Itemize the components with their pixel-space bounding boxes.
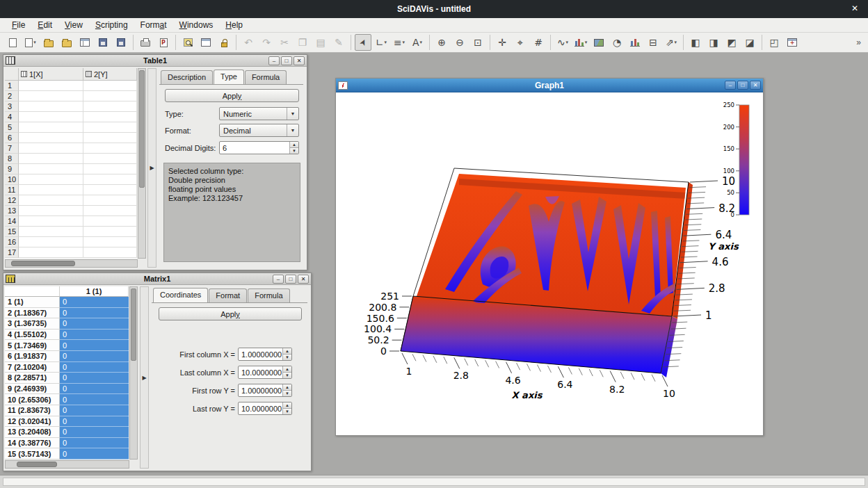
menu-help[interactable]: Help <box>219 19 249 31</box>
matrix1-vertical-scrollbar[interactable] <box>129 286 138 459</box>
menu-file[interactable]: File <box>6 19 31 31</box>
table1-tab-formula[interactable]: Formula <box>245 70 287 84</box>
format-combobox[interactable]: Decimal▼ <box>219 124 299 137</box>
menu-scripting[interactable]: Scripting <box>89 19 134 31</box>
save-template-icon[interactable] <box>113 34 129 51</box>
lock-toolbars-icon[interactable] <box>216 34 232 51</box>
table-cell[interactable] <box>19 247 83 258</box>
menu-format[interactable]: Format <box>134 19 173 31</box>
plot-image-icon[interactable] <box>590 34 607 51</box>
plot3d-wireframe-icon[interactable]: ◨ <box>705 34 722 51</box>
save-project-icon[interactable] <box>95 34 111 51</box>
minimize-button[interactable]: – <box>725 81 736 90</box>
toolbar-overflow-button[interactable]: » <box>856 38 864 47</box>
plot-line-symbol-icon[interactable]: ∿▾ <box>554 34 571 51</box>
matrix1-column-header[interactable]: 1 (1) <box>60 286 129 297</box>
table-cell[interactable] <box>19 91 83 101</box>
matrix1-tab-format[interactable]: Format <box>209 288 247 302</box>
table-cell[interactable] <box>83 154 137 164</box>
graph1-titlebar[interactable]: Graph1 –□✕ <box>336 79 763 92</box>
close-button[interactable]: ✕ <box>294 56 305 65</box>
table-cell[interactable] <box>83 143 137 154</box>
table-cell[interactable] <box>19 133 83 143</box>
plot-column-icon[interactable]: ▾ <box>572 34 589 51</box>
matrix1-first-column-x-spinbox[interactable]: 1.00000000▲▼ <box>238 348 292 361</box>
table-cell[interactable] <box>83 81 137 91</box>
table-cell[interactable] <box>19 174 83 185</box>
matrix1-last-row-y-spinbox[interactable]: 10.0000000▲▼ <box>238 402 292 415</box>
spin-arrows[interactable]: ▲▼ <box>282 348 291 360</box>
table-cell[interactable] <box>83 101 137 112</box>
table-cell[interactable] <box>19 227 83 237</box>
table1-panel-handle[interactable]: ▶ <box>147 68 156 268</box>
cut-icon[interactable]: ✂ <box>276 34 293 51</box>
table-cell[interactable] <box>83 91 137 101</box>
graph1-canvas[interactable]: 050.2100.4150.6200.825112.84.66.48.210X … <box>337 92 762 434</box>
maximize-button[interactable]: □ <box>737 81 748 90</box>
preferences-table-icon[interactable] <box>198 34 214 51</box>
table-cell[interactable] <box>19 195 83 206</box>
undo-icon[interactable]: ↶ <box>240 34 257 51</box>
plot3d-surface-icon[interactable]: ◧ <box>687 34 704 51</box>
matrix-cell[interactable]: 0 <box>60 405 129 416</box>
print-icon[interactable] <box>137 34 154 51</box>
plot-vectors-icon[interactable]: ⇗▾ <box>663 34 680 51</box>
table-cell[interactable] <box>83 122 137 133</box>
resize-window-icon[interactable]: ◰ <box>766 34 782 51</box>
matrix-cell[interactable]: 0 <box>60 438 129 449</box>
minimize-button[interactable]: – <box>268 56 280 65</box>
matrix1-panel-handle[interactable]: ▶ <box>140 286 149 469</box>
maximize-button[interactable]: □ <box>281 56 292 65</box>
table1-tab-type[interactable]: Type <box>214 70 244 84</box>
table1-grid[interactable]: 1[X]2[Y]1234567891011121314151617 <box>5 68 137 259</box>
table1-tab-description[interactable]: Description <box>161 70 213 84</box>
new-legend-icon[interactable]: ∟▾ <box>373 34 389 51</box>
table-cell[interactable] <box>19 164 83 174</box>
matrix-cell[interactable]: 0 <box>60 373 129 384</box>
add-column-icon[interactable]: + <box>784 34 801 51</box>
table-cell[interactable] <box>83 227 137 237</box>
export-pdf-icon[interactable]: P <box>155 34 172 51</box>
table1-apply-button[interactable]: Apply <box>165 89 299 102</box>
select-data-range-icon[interactable]: # <box>530 34 547 51</box>
table-cell[interactable] <box>83 237 137 247</box>
add-text-icon[interactable]: A▾ <box>409 34 426 51</box>
table-cell[interactable] <box>19 206 83 216</box>
plot-pie-icon[interactable]: ◔ <box>609 34 625 51</box>
table-cell[interactable] <box>83 164 137 174</box>
spin-arrows[interactable]: ▲▼ <box>282 366 291 378</box>
matrix-cell[interactable]: 0 <box>60 297 129 308</box>
matrix1-first-row-y-spinbox[interactable]: 1.00000000▲▼ <box>238 384 292 397</box>
table-cell[interactable] <box>19 185 83 195</box>
close-button[interactable]: ✕ <box>750 81 761 90</box>
minimize-button[interactable]: – <box>273 275 284 284</box>
plot-box-icon[interactable]: ⊟ <box>645 34 661 51</box>
menu-view[interactable]: View <box>58 19 89 31</box>
open-project-icon[interactable] <box>40 34 57 51</box>
find-icon[interactable] <box>179 34 196 51</box>
plot-3d-bars-icon[interactable] <box>627 34 643 51</box>
rescale-to-show-all-icon[interactable]: ⊡ <box>469 34 486 51</box>
table1-column-header[interactable]: 1[X] <box>19 68 83 81</box>
matrix-cell[interactable]: 0 <box>60 340 129 351</box>
table1-column-header[interactable]: 2[Y] <box>83 68 137 81</box>
redo-icon[interactable]: ↷ <box>258 34 275 51</box>
close-button[interactable]: ✕ <box>298 275 309 284</box>
new-project-icon[interactable] <box>4 34 21 51</box>
table-cell[interactable] <box>83 206 137 216</box>
table1-vertical-scrollbar[interactable] <box>138 68 146 259</box>
matrix-cell[interactable]: 0 <box>60 394 129 405</box>
matrix-cell[interactable]: 0 <box>60 416 129 428</box>
decimal-digits-spinbox[interactable]: 6 ▲▼ <box>219 141 299 154</box>
matrix1-tab-formula[interactable]: Formula <box>248 288 289 302</box>
plot3d-bars-icon[interactable]: ◪ <box>741 34 758 51</box>
table-cell[interactable] <box>19 216 83 227</box>
matrix-cell[interactable]: 0 <box>60 351 129 362</box>
spin-arrows[interactable]: ▲▼ <box>282 384 291 396</box>
table-cell[interactable] <box>19 154 83 164</box>
plot3d-scatter-icon[interactable]: ◩ <box>723 34 740 51</box>
table-cell[interactable] <box>19 81 83 91</box>
zoom-in-icon[interactable]: ⊕ <box>433 34 450 51</box>
table-cell[interactable] <box>83 133 137 143</box>
matrix1-last-column-x-spinbox[interactable]: 10.0000000▲▼ <box>238 366 292 379</box>
